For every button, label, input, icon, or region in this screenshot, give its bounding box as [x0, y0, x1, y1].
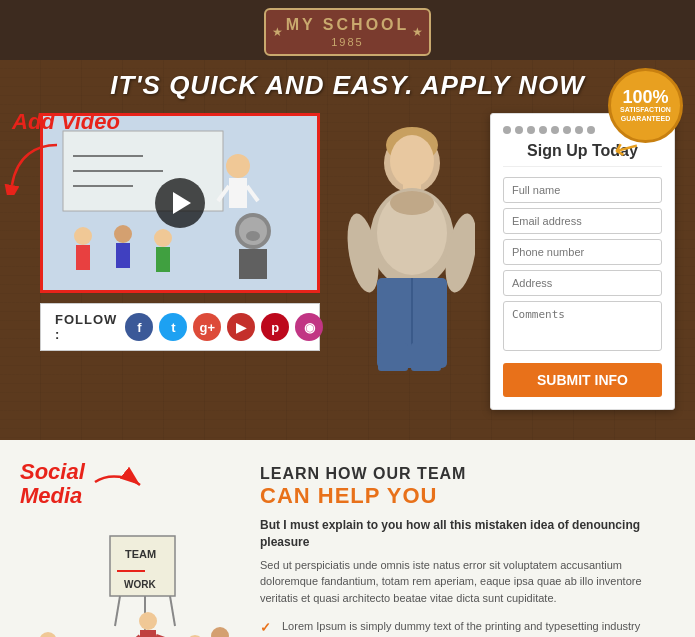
svg-text:WORK: WORK — [124, 579, 156, 590]
video-container[interactable] — [40, 113, 320, 293]
svg-rect-7 — [229, 178, 247, 208]
youtube-icon[interactable]: ▶ — [227, 313, 255, 341]
follow-label: FOLLOW : — [55, 312, 117, 342]
section-title: CAN HELP YOU — [260, 483, 675, 509]
checklist: Lorem Ipsum is simply dummy text of the … — [260, 616, 675, 637]
svg-point-10 — [74, 227, 92, 245]
social-media-section: SocialMedia TEAM WORK — [20, 460, 240, 637]
play-button[interactable] — [155, 178, 205, 228]
hero-person — [335, 103, 475, 373]
googleplus-icon[interactable]: g+ — [193, 313, 221, 341]
email-field[interactable] — [503, 208, 662, 234]
social-icons: f t g+ ▶ p ◉ — [125, 313, 323, 341]
satisfaction-badge: 100% SATISFACTION GUARANTEED — [608, 68, 683, 143]
svg-rect-45 — [140, 630, 156, 637]
section-subtitle: LEARN HOW OUR TEAM — [260, 465, 675, 483]
dot-2 — [515, 126, 523, 134]
add-video-label: Add Video — [12, 110, 120, 134]
lower-right: LEARN HOW OUR TEAM CAN HELP YOU But I mu… — [260, 460, 675, 637]
svg-point-14 — [154, 229, 172, 247]
phone-field[interactable] — [503, 239, 662, 265]
dot-5 — [551, 126, 559, 134]
social-media-arrow-svg — [90, 467, 145, 502]
person-svg — [335, 103, 475, 373]
dot-3 — [527, 126, 535, 134]
svg-point-44 — [139, 612, 157, 630]
dot-1 — [503, 126, 511, 134]
team-illustration-svg: TEAM WORK — [20, 516, 240, 637]
dot-6 — [563, 126, 571, 134]
svg-point-6 — [226, 154, 250, 178]
svg-point-12 — [114, 225, 132, 243]
logo-text: MY SCHOOL — [286, 16, 410, 34]
dot-7 — [575, 126, 583, 134]
svg-text:TEAM: TEAM — [125, 548, 156, 560]
social-media-label: SocialMedia — [20, 460, 85, 508]
svg-rect-21 — [239, 249, 267, 279]
svg-point-20 — [246, 231, 260, 241]
satisfaction-line2: GUARANTEED — [621, 115, 670, 123]
svg-point-28 — [390, 191, 434, 215]
satisfaction-percent: 100% — [622, 88, 668, 106]
comments-field[interactable] — [503, 301, 662, 351]
social-media-label-row: SocialMedia — [20, 460, 240, 508]
hero-section: 100% SATISFACTION GUARANTEED ↙ Add Video… — [0, 60, 695, 440]
address-field[interactable] — [503, 270, 662, 296]
svg-rect-15 — [156, 247, 170, 272]
logo-badge: MY SCHOOL 1985 — [264, 8, 432, 56]
fullname-field[interactable] — [503, 177, 662, 203]
svg-point-24 — [390, 135, 434, 187]
svg-rect-11 — [76, 245, 90, 270]
body-text: Sed ut perspiciatis unde omnis iste natu… — [260, 557, 675, 607]
header: MY SCHOOL 1985 — [0, 0, 695, 60]
hero-content: FOLLOW : f t g+ ▶ p ◉ — [20, 113, 675, 410]
svg-rect-34 — [411, 343, 441, 371]
svg-rect-33 — [378, 343, 408, 371]
submit-button[interactable]: Submit Info — [503, 363, 662, 397]
facebook-icon[interactable]: f — [125, 313, 153, 341]
dot-4 — [539, 126, 547, 134]
satisfaction-line1: SATISFACTION — [620, 106, 671, 114]
instagram-icon[interactable]: ◉ — [295, 313, 323, 341]
checklist-item-1: Lorem Ipsum is simply dummy text of the … — [260, 616, 675, 637]
intro-bold: But I must explain to you how all this m… — [260, 517, 675, 551]
svg-rect-13 — [116, 243, 130, 268]
dot-8 — [587, 126, 595, 134]
signup-form: Sign Up Today Submit Info — [490, 113, 675, 410]
lower-section: SocialMedia TEAM WORK — [0, 440, 695, 637]
hero-headline: It's Quick and Easy. Apply Now — [20, 70, 675, 101]
social-bar: FOLLOW : f t g+ ▶ p ◉ — [40, 303, 320, 351]
add-video-arrow-svg — [0, 135, 77, 195]
twitter-icon[interactable]: t — [159, 313, 187, 341]
pinterest-icon[interactable]: p — [261, 313, 289, 341]
logo-year: 1985 — [286, 36, 410, 48]
